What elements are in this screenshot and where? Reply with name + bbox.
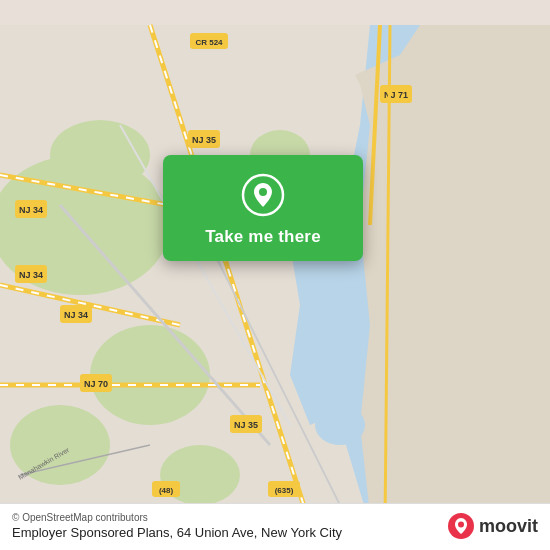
svg-point-44 [315, 405, 365, 445]
bottom-bar: © OpenStreetMap contributors Employer Sp… [0, 503, 550, 550]
svg-text:NJ 34: NJ 34 [19, 205, 43, 215]
svg-text:NJ 34: NJ 34 [64, 310, 88, 320]
svg-text:(48): (48) [159, 486, 174, 495]
svg-text:CR 524: CR 524 [195, 38, 223, 47]
svg-point-47 [259, 188, 267, 196]
osm-attribution: © OpenStreetMap contributors [12, 512, 342, 523]
moovit-brand-icon [447, 512, 475, 540]
svg-text:NJ 70: NJ 70 [84, 379, 108, 389]
svg-point-49 [458, 522, 464, 528]
location-name: Employer Sponsored Plans, 64 Union Ave, … [12, 525, 342, 540]
take-me-there-label: Take me there [205, 227, 321, 247]
location-pin-icon [241, 173, 285, 217]
svg-text:NJ 71: NJ 71 [384, 90, 408, 100]
moovit-logo: moovit [447, 512, 538, 540]
svg-text:NJ 35: NJ 35 [234, 420, 258, 430]
moovit-text: moovit [479, 516, 538, 537]
svg-point-8 [50, 120, 150, 190]
map-background: NJ 34 NJ 34 NJ 34 NJ 35 NJ 35 NJ 70 NJ 7… [0, 0, 550, 550]
svg-text:(635): (635) [275, 486, 294, 495]
svg-text:NJ 34: NJ 34 [19, 270, 43, 280]
map-container: NJ 34 NJ 34 NJ 34 NJ 35 NJ 35 NJ 70 NJ 7… [0, 0, 550, 550]
svg-text:NJ 35: NJ 35 [192, 135, 216, 145]
bottom-bar-left: © OpenStreetMap contributors Employer Sp… [12, 512, 342, 540]
take-me-there-card[interactable]: Take me there [163, 155, 363, 261]
